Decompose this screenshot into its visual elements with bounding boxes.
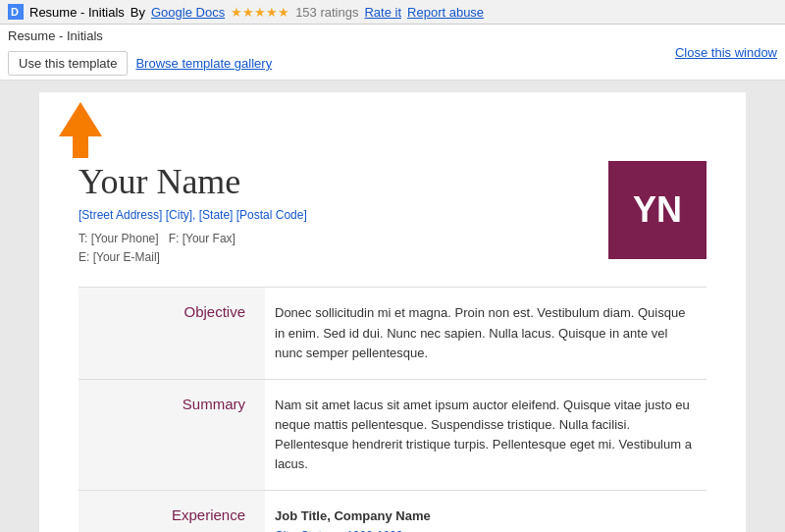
resume-sections-table: ObjectiveDonec sollicitudin mi et magna.… bbox=[78, 287, 706, 532]
author-link[interactable]: Google Docs bbox=[151, 5, 225, 20]
action-bar-title: Resume - Initials bbox=[8, 28, 103, 43]
resume-email: E: [Your E-Mail] bbox=[78, 250, 160, 264]
resume-name-section: Your Name [Street Address] [City], [Stat… bbox=[78, 161, 307, 267]
stars[interactable]: ★★★★★ bbox=[231, 5, 289, 20]
job-title: Job Title, Company Name bbox=[275, 506, 697, 526]
job-location: City, State — 1989-1990 bbox=[275, 527, 697, 533]
section-row: ExperienceJob Title, Company NameCity, S… bbox=[78, 491, 706, 532]
ratings-count: 153 ratings bbox=[295, 5, 358, 20]
rate-link[interactable]: Rate it bbox=[364, 5, 401, 20]
use-template-button[interactable]: Use this template bbox=[8, 51, 128, 76]
abuse-link[interactable]: Report abuse bbox=[407, 5, 484, 20]
preview-area: Your Name [Street Address] [City], [Stat… bbox=[0, 80, 785, 532]
section-row: ObjectiveDonec sollicitudin mi et magna.… bbox=[78, 288, 706, 379]
section-content: Job Title, Company NameCity, State — 198… bbox=[265, 491, 706, 532]
resume-contact: T: [Your Phone] F: [Your Fax] E: [Your E… bbox=[78, 230, 307, 267]
by-label: By bbox=[131, 5, 145, 20]
section-content: Donec sollicitudin mi et magna. Proin no… bbox=[265, 288, 706, 379]
doc-page: Your Name [Street Address] [City], [Stat… bbox=[39, 92, 746, 532]
arrow-indicator bbox=[59, 102, 102, 158]
resume-address: [Street Address] [City], [State] [Postal… bbox=[78, 208, 307, 222]
browse-gallery-link[interactable]: Browse template gallery bbox=[135, 56, 272, 71]
action-bar: Resume - Initials Use this template Brow… bbox=[0, 25, 785, 80]
section-row: SummaryNam sit amet lacus sit amet ipsum… bbox=[78, 379, 706, 491]
resume-name: Your Name bbox=[78, 161, 307, 202]
section-label: Summary bbox=[78, 379, 265, 491]
resume-phone: T: [Your Phone] bbox=[78, 232, 159, 245]
svg-text:D: D bbox=[11, 6, 19, 18]
section-label: Experience bbox=[78, 491, 265, 532]
doc-title: Resume - Initials bbox=[29, 5, 125, 20]
close-window-link[interactable]: Close this window bbox=[675, 45, 777, 60]
resume-header: Your Name [Street Address] [City], [Stat… bbox=[78, 161, 706, 267]
section-content: Nam sit amet lacus sit amet ipsum auctor… bbox=[265, 379, 706, 491]
section-label: Objective bbox=[78, 288, 265, 379]
initials-box: YN bbox=[608, 161, 706, 259]
top-bar: D Resume - Initials By Google Docs ★★★★★… bbox=[0, 0, 785, 25]
resume-fax: F: [Your Fax] bbox=[169, 232, 236, 245]
initials-text: YN bbox=[633, 189, 682, 231]
favicon-icon: D bbox=[8, 4, 24, 20]
